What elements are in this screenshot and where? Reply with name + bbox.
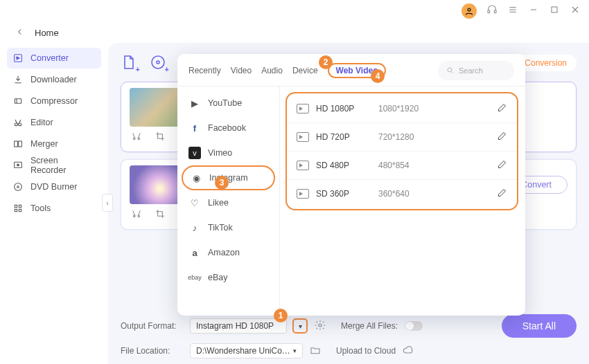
resolution-option[interactable]: HD 1080P1080*1920 bbox=[287, 95, 517, 123]
svg-point-0 bbox=[468, 8, 471, 11]
crop-icon[interactable] bbox=[155, 131, 166, 145]
resolution-option[interactable]: HD 720P720*1280 bbox=[287, 123, 517, 152]
output-format-dropdown-button[interactable]: ▾ bbox=[292, 318, 308, 334]
vimeo-icon: v bbox=[188, 147, 201, 159]
folder-icon[interactable] bbox=[310, 345, 321, 358]
sidebar-item-screen-recorder[interactable]: Screen Recorder bbox=[7, 155, 101, 176]
platform-facebook[interactable]: fFacebook bbox=[177, 116, 279, 140]
menu-icon[interactable] bbox=[507, 4, 518, 18]
minimize-icon[interactable] bbox=[528, 4, 539, 18]
maximize-icon[interactable] bbox=[549, 4, 560, 18]
tiktok-icon: ♪ bbox=[188, 221, 201, 234]
titlebar bbox=[0, 0, 589, 22]
svg-rect-1 bbox=[488, 10, 490, 13]
format-popup: Recently Video Audio Device Web Video Se… bbox=[177, 54, 525, 316]
step-badge-3: 3 bbox=[215, 176, 229, 190]
svg-rect-11 bbox=[15, 99, 21, 104]
facebook-icon: f bbox=[188, 122, 201, 134]
cloud-icon[interactable] bbox=[403, 345, 414, 358]
breadcrumb-home[interactable]: Home bbox=[35, 28, 59, 38]
platform-ebay[interactable]: ebayeBay bbox=[177, 265, 279, 290]
resolution-list: HD 1080P1080*1920 HD 720P720*1280 SD 480… bbox=[280, 87, 525, 316]
upload-cloud-label: Upload to Cloud bbox=[336, 346, 396, 356]
tab-device[interactable]: Device bbox=[292, 63, 318, 78]
svg-line-35 bbox=[452, 72, 454, 74]
sidebar-item-tools[interactable]: Tools bbox=[7, 198, 101, 219]
sidebar-item-compressor[interactable]: Compressor bbox=[7, 91, 101, 111]
plus-icon: + bbox=[136, 65, 140, 73]
svg-point-33 bbox=[319, 324, 322, 327]
breadcrumb: Home bbox=[0, 22, 589, 43]
trim-icon[interactable] bbox=[131, 131, 142, 145]
tab-audio[interactable]: Audio bbox=[261, 63, 283, 78]
svg-point-34 bbox=[448, 68, 452, 72]
svg-rect-21 bbox=[15, 205, 17, 207]
resolution-icon bbox=[297, 104, 309, 113]
tab-recently[interactable]: Recently bbox=[188, 63, 221, 78]
platform-likee[interactable]: ♡Likee bbox=[177, 190, 279, 215]
headset-icon[interactable] bbox=[486, 4, 498, 18]
step-badge-4: 4 bbox=[371, 69, 385, 83]
resolution-icon bbox=[297, 189, 309, 199]
svg-point-25 bbox=[152, 56, 164, 69]
file-location-select[interactable]: D:\Wondershare UniConverter 1 ▾ bbox=[190, 343, 303, 358]
sidebar-item-editor[interactable]: Editor bbox=[7, 112, 101, 133]
merge-toggle[interactable] bbox=[405, 321, 423, 331]
sidebar-item-merger[interactable]: Merger bbox=[7, 134, 101, 154]
likee-icon: ♡ bbox=[188, 197, 201, 209]
platform-amazon[interactable]: aAmazon bbox=[177, 240, 279, 265]
start-all-button[interactable]: Start All bbox=[502, 314, 577, 338]
instagram-icon: ◉ bbox=[190, 172, 202, 184]
output-format-label: Output Format: bbox=[121, 321, 183, 331]
add-file-button[interactable]: + bbox=[121, 54, 139, 72]
svg-rect-24 bbox=[19, 209, 21, 211]
edit-preset-icon[interactable] bbox=[497, 188, 507, 200]
svg-point-20 bbox=[17, 186, 19, 188]
back-icon[interactable] bbox=[15, 27, 25, 39]
resolution-icon bbox=[297, 161, 309, 170]
add-dvd-button[interactable]: + bbox=[150, 54, 168, 72]
plus-icon: + bbox=[165, 65, 169, 73]
sidebar-item-downloader[interactable]: Downloader bbox=[7, 69, 101, 90]
step-badge-1: 1 bbox=[274, 309, 288, 322]
sidebar-item-dvd-burner[interactable]: DVD Burner bbox=[7, 176, 101, 197]
sidebar-item-converter[interactable]: Converter bbox=[7, 48, 101, 69]
youtube-icon: ▶ bbox=[188, 97, 201, 109]
platform-instagram[interactable]: ◉Instagram bbox=[182, 165, 275, 190]
edit-preset-icon[interactable] bbox=[497, 159, 507, 172]
svg-rect-7 bbox=[552, 7, 557, 12]
search-icon bbox=[446, 66, 455, 75]
crop-icon[interactable] bbox=[155, 208, 166, 222]
trim-icon[interactable] bbox=[131, 208, 142, 222]
svg-rect-15 bbox=[15, 141, 18, 147]
amazon-icon: a bbox=[188, 246, 201, 259]
svg-rect-16 bbox=[19, 141, 22, 147]
svg-point-18 bbox=[17, 164, 19, 166]
svg-rect-2 bbox=[494, 10, 496, 13]
platform-tiktok[interactable]: ♪TikTok bbox=[177, 215, 279, 240]
output-format-select[interactable]: Instagram HD 1080P bbox=[190, 318, 287, 334]
close-icon[interactable] bbox=[570, 4, 581, 18]
resolution-group-highlight: HD 1080P1080*1920 HD 720P720*1280 SD 480… bbox=[285, 92, 518, 210]
svg-point-19 bbox=[15, 183, 22, 191]
resolution-option[interactable]: SD 480P480*854 bbox=[287, 152, 517, 180]
popup-tabs: Recently Video Audio Device Web Video Se… bbox=[177, 54, 525, 87]
gear-icon[interactable] bbox=[315, 320, 326, 333]
svg-rect-23 bbox=[15, 209, 17, 211]
account-avatar[interactable] bbox=[461, 3, 477, 19]
sidebar-collapse-handle[interactable]: ‹ bbox=[102, 194, 113, 212]
file-location-label: File Location: bbox=[121, 346, 183, 356]
search-input[interactable]: Search bbox=[438, 61, 514, 80]
svg-point-26 bbox=[157, 61, 159, 64]
platform-list: ▶YouTube fFacebook vVimeo ◉Instagram ♡Li… bbox=[177, 87, 280, 316]
edit-preset-icon[interactable] bbox=[497, 102, 507, 115]
platform-youtube[interactable]: ▶YouTube bbox=[177, 91, 279, 116]
platform-vimeo[interactable]: vVimeo bbox=[177, 140, 279, 165]
sidebar: Converter Downloader Compressor Editor M… bbox=[0, 43, 108, 364]
tab-video[interactable]: Video bbox=[231, 63, 252, 78]
edit-preset-icon[interactable] bbox=[497, 131, 507, 143]
resolution-option[interactable]: SD 360P360*640 bbox=[287, 180, 517, 208]
svg-rect-22 bbox=[19, 205, 21, 207]
step-badge-2: 2 bbox=[319, 55, 333, 69]
footer: Output Format: Instagram HD 1080P ▾ Merg… bbox=[121, 309, 577, 358]
